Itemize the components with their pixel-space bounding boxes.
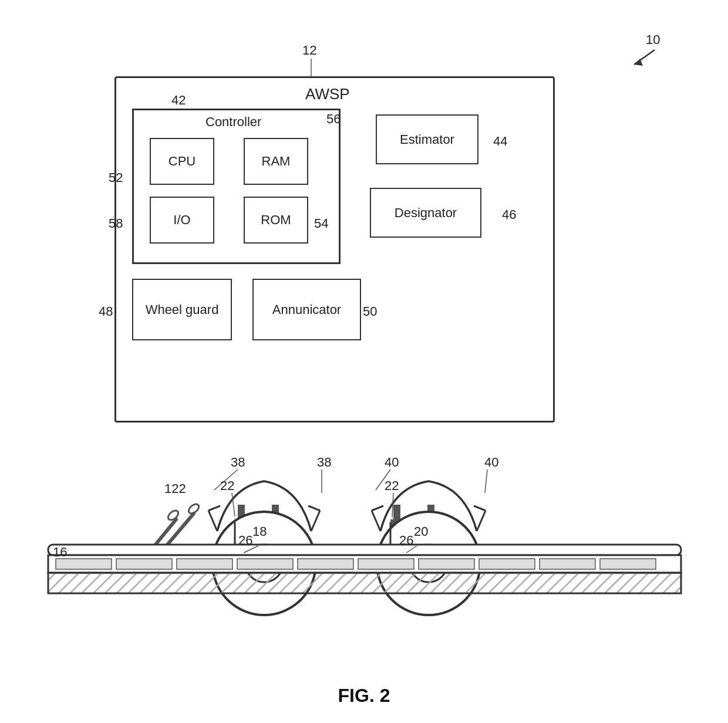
svg-rect-46 — [419, 559, 474, 569]
ref-58: 58 — [109, 216, 123, 231]
ref-50: 50 — [363, 304, 377, 319]
rom-label: ROM — [261, 212, 291, 228]
wheelguard-box: Wheel guard — [132, 279, 232, 340]
controller-label: Controller — [205, 114, 261, 130]
ref-18: 18 — [252, 524, 267, 539]
svg-rect-40 — [56, 559, 112, 569]
ref-56: 56 — [326, 112, 341, 127]
annunciator-box: Annunicator — [252, 279, 361, 340]
svg-rect-39 — [48, 555, 681, 573]
estimator-label: Estimator — [400, 132, 454, 147]
svg-marker-1 — [634, 59, 643, 66]
svg-rect-50 — [48, 573, 681, 593]
svg-line-24 — [311, 511, 320, 531]
svg-line-36 — [161, 513, 194, 552]
ref-20: 20 — [414, 524, 428, 539]
svg-line-27 — [372, 506, 383, 511]
svg-line-23 — [208, 506, 220, 511]
cpu-box: CPU — [150, 138, 214, 185]
diagram: 10 12 AWSP 42 Controller 56 CPU RAM I/O … — [0, 0, 728, 723]
svg-rect-17 — [427, 505, 434, 521]
estimator-box: Estimator — [376, 114, 478, 164]
svg-point-37 — [187, 502, 200, 515]
svg-line-57 — [485, 469, 487, 493]
ref-42: 42 — [171, 93, 186, 108]
wheelguard-label: Wheel guard — [146, 302, 219, 317]
svg-line-26 — [372, 511, 380, 531]
svg-rect-47 — [479, 559, 535, 569]
figure-caption: FIG. 2 — [338, 685, 390, 707]
ref-12: 12 — [302, 43, 316, 58]
annunciator-label: Annunicator — [272, 302, 341, 317]
svg-rect-48 — [540, 559, 595, 569]
svg-rect-14 — [272, 505, 279, 521]
ref-46: 46 — [502, 207, 516, 222]
svg-rect-44 — [298, 559, 353, 569]
svg-line-29 — [474, 506, 486, 511]
ref-52: 52 — [109, 170, 123, 185]
designator-box: Designator — [370, 188, 481, 238]
ref-44: 44 — [493, 134, 507, 149]
svg-line-54 — [232, 493, 235, 516]
svg-rect-42 — [177, 559, 232, 569]
ref-48: 48 — [99, 304, 113, 319]
svg-point-19 — [245, 545, 283, 582]
svg-line-25 — [308, 506, 320, 511]
ref-22-left: 22 — [220, 478, 234, 494]
ref-26-left: 26 — [238, 533, 252, 548]
ref-16: 16 — [53, 545, 67, 560]
ref-40-right: 40 — [484, 455, 498, 470]
svg-rect-45 — [358, 559, 414, 569]
svg-rect-38 — [48, 545, 681, 555]
svg-line-0 — [634, 50, 655, 65]
rom-box: ROM — [244, 197, 308, 244]
io-label: I/O — [173, 212, 190, 228]
ref-38-left: 38 — [231, 455, 245, 470]
designator-label: Designator — [395, 205, 457, 221]
ref-10: 10 — [646, 32, 660, 48]
svg-point-20 — [377, 512, 480, 615]
ref-54: 54 — [314, 216, 328, 231]
svg-rect-49 — [600, 559, 656, 569]
ram-label: RAM — [262, 154, 291, 169]
svg-point-21 — [410, 545, 447, 582]
awsp-label: AWSP — [305, 85, 350, 103]
svg-line-58 — [392, 493, 393, 518]
ref-38-right: 40 — [385, 455, 399, 470]
svg-line-28 — [477, 511, 486, 531]
svg-rect-41 — [116, 559, 172, 569]
ram-box: RAM — [244, 138, 308, 185]
ref-122: 122 — [164, 481, 186, 496]
ref-40-left: 38 — [317, 455, 331, 470]
cpu-label: CPU — [168, 154, 196, 169]
svg-line-22 — [208, 511, 217, 531]
svg-rect-13 — [238, 505, 245, 521]
ref-22-right: 22 — [385, 478, 399, 494]
svg-rect-43 — [237, 559, 293, 569]
svg-line-34 — [150, 519, 176, 552]
svg-rect-16 — [393, 505, 400, 521]
svg-point-35 — [166, 509, 180, 522]
ref-26-right: 26 — [399, 533, 413, 548]
io-box: I/O — [150, 197, 214, 244]
